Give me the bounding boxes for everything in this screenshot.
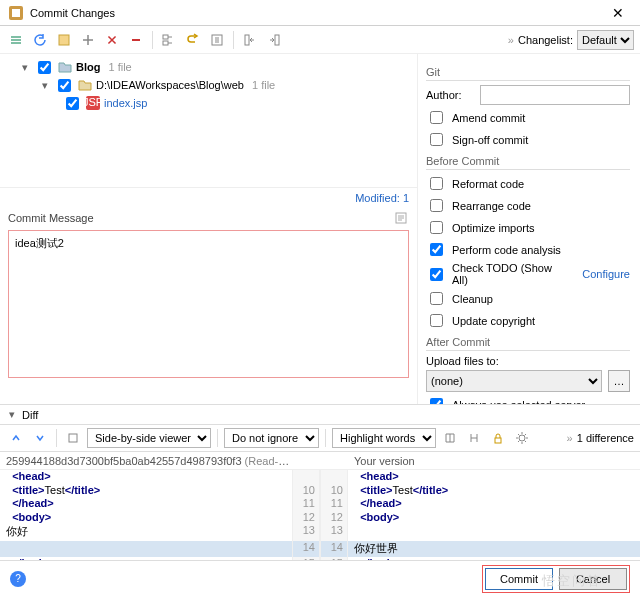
window-title: Commit Changes [30, 7, 604, 19]
file-count: 1 file [252, 79, 275, 91]
changes-tree: ▾ Blog 1 file ▾ D:\IDEAWorkspaces\Blog\w… [0, 54, 417, 188]
svg-point-13 [519, 435, 525, 441]
folder-icon [78, 78, 92, 92]
expand-all-icon[interactable] [6, 30, 26, 50]
cleanup-checkbox[interactable]: Cleanup [426, 289, 493, 308]
diff-icon[interactable] [207, 30, 227, 50]
help-icon[interactable]: ? [10, 571, 26, 587]
diff-section-header: ▾ Diff [0, 404, 640, 425]
commit-button[interactable]: Commit [485, 568, 553, 590]
code-line-changed: 你好世界 [348, 541, 640, 558]
tree-checkbox[interactable] [38, 61, 51, 74]
overflow-icon[interactable]: » [567, 432, 573, 444]
separator [233, 31, 234, 49]
next-diff-icon[interactable] [30, 428, 50, 448]
caret-down-icon[interactable]: ▾ [40, 79, 50, 92]
separator [152, 31, 153, 49]
tree-file[interactable]: JSP index.jsp [6, 94, 413, 112]
tree-file-label: index.jsp [104, 97, 147, 109]
viewer-select[interactable]: Side-by-side viewer [87, 428, 211, 448]
code-line: <title>Test</title> [0, 484, 292, 498]
title-bar: Commit Changes ✕ [0, 0, 640, 26]
revert-icon[interactable] [183, 30, 203, 50]
delete-icon[interactable] [102, 30, 122, 50]
move-right-icon[interactable] [264, 30, 284, 50]
svg-text:JSP: JSP [86, 96, 100, 108]
file-count: 1 file [108, 61, 131, 73]
overflow-icon[interactable]: » [508, 34, 514, 46]
highlight-select[interactable]: Highlight words [332, 428, 436, 448]
lock-icon[interactable] [488, 428, 508, 448]
svg-rect-2 [59, 35, 69, 45]
app-icon [8, 5, 24, 21]
todo-checkbox[interactable]: Check TODO (Show All) [426, 262, 567, 286]
cancel-button[interactable]: Cancel [559, 568, 627, 590]
svg-rect-12 [495, 438, 501, 443]
history-icon[interactable] [391, 208, 411, 228]
tree-checkbox[interactable] [66, 97, 79, 110]
sync-scroll-icon[interactable] [464, 428, 484, 448]
your-version-label: Your version [348, 455, 640, 467]
ignore-select[interactable]: Do not ignore [224, 428, 319, 448]
git-section-header: Git [426, 66, 630, 81]
configure-link[interactable]: Configure [582, 268, 630, 280]
add-icon[interactable] [78, 30, 98, 50]
code-line: <body> [0, 511, 292, 525]
code-line: </head> [0, 497, 292, 511]
code-line: <title>Test</title> [348, 484, 640, 498]
remove-icon[interactable] [126, 30, 146, 50]
svg-rect-4 [163, 41, 168, 45]
amend-checkbox[interactable]: Amend commit [426, 108, 525, 127]
prev-diff-icon[interactable] [6, 428, 26, 448]
commit-message-input[interactable]: idea测试2 [13, 234, 404, 374]
move-left-icon[interactable] [240, 30, 260, 50]
code-line: </head> [348, 497, 640, 511]
revision-hash: 259944188d3d7300bf5ba0ab42557d498793f0f3… [0, 455, 292, 467]
optimize-checkbox[interactable]: Optimize imports [426, 218, 535, 237]
tree-checkbox[interactable] [58, 79, 71, 92]
separator [325, 429, 326, 447]
dialog-footer: ? Commit Cancel [0, 560, 640, 596]
diff-toolbar: Side-by-side viewer Do not ignore Highli… [0, 425, 640, 452]
edit-icon[interactable] [63, 428, 83, 448]
changelist-select[interactable]: Default [577, 30, 634, 50]
separator [217, 429, 218, 447]
toolbar: » Changelist: Default [0, 26, 640, 54]
caret-down-icon[interactable]: ▾ [20, 61, 30, 74]
svg-rect-3 [163, 35, 168, 39]
author-label: Author: [426, 89, 474, 101]
caret-down-icon[interactable]: ▾ [6, 408, 18, 421]
code-line-changed [0, 541, 292, 558]
code-line: <head> [348, 470, 640, 484]
analysis-checkbox[interactable]: Perform code analysis [426, 240, 561, 259]
svg-rect-7 [275, 35, 279, 45]
signoff-checkbox[interactable]: Sign-off commit [426, 130, 528, 149]
modified-count: Modified: 1 [0, 188, 417, 206]
close-icon[interactable]: ✕ [604, 5, 632, 21]
rearrange-checkbox[interactable]: Rearrange code [426, 196, 531, 215]
svg-rect-6 [245, 35, 249, 45]
svg-rect-11 [69, 434, 77, 442]
reformat-checkbox[interactable]: Reformat code [426, 174, 524, 193]
tree-folder[interactable]: ▾ D:\IDEAWorkspaces\Blog\web 1 file [6, 76, 413, 94]
diff-pane-headers: 259944188d3d7300bf5ba0ab42557d498793f0f3… [0, 452, 640, 470]
commit-message-box: idea测试2 [8, 230, 409, 378]
author-input[interactable] [480, 85, 630, 105]
upload-select[interactable]: (none) [426, 370, 602, 392]
copyright-checkbox[interactable]: Update copyright [426, 311, 535, 330]
new-changelist-icon[interactable] [54, 30, 74, 50]
diff-count: 1 difference [577, 432, 634, 444]
changelist-label: Changelist: [518, 34, 573, 46]
upload-label: Upload files to: [426, 355, 499, 367]
settings-icon[interactable] [512, 428, 532, 448]
before-commit-header: Before Commit [426, 155, 630, 170]
always-server-checkbox[interactable]: Always use selected server [426, 395, 585, 404]
separator [56, 429, 57, 447]
upload-more-button[interactable]: … [608, 370, 630, 392]
collapse-icon[interactable] [440, 428, 460, 448]
tree-root[interactable]: ▾ Blog 1 file [6, 58, 413, 76]
code-line: 你好 [0, 524, 292, 541]
group-icon[interactable] [159, 30, 179, 50]
refresh-icon[interactable] [30, 30, 50, 50]
code-line: <body> [348, 511, 640, 525]
